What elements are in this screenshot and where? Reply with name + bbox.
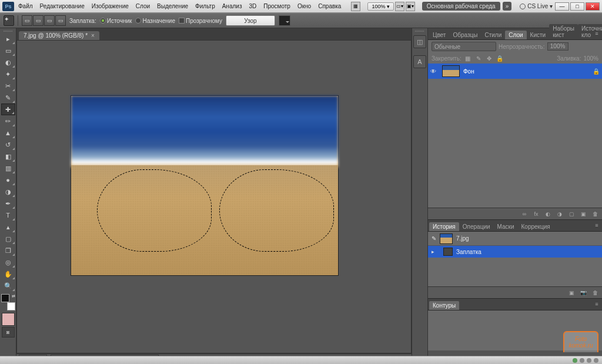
layer-row-background[interactable]: 👁 Фон 🔒: [428, 64, 602, 79]
pattern-swatch[interactable]: [279, 15, 290, 26]
quick-select-tool[interactable]: ✦: [1, 68, 15, 80]
tab-masks[interactable]: Маски: [494, 222, 518, 231]
doc-close-button[interactable]: ✕: [586, 2, 600, 11]
zoom-tool[interactable]: 🔍: [1, 280, 15, 292]
menu-image[interactable]: Изображение: [89, 2, 132, 11]
workspace-expand[interactable]: »: [503, 2, 512, 11]
fill-field[interactable]: 100%: [583, 55, 598, 62]
zoom-level-dropdown[interactable]: 100% ▾: [367, 2, 394, 11]
type-tool[interactable]: T: [1, 209, 15, 221]
menu-window[interactable]: Окно: [295, 2, 314, 11]
layer-name[interactable]: Фон: [463, 68, 474, 75]
link-layers-icon[interactable]: ∞: [520, 210, 529, 218]
adjustment-layer-icon[interactable]: ◑: [555, 210, 564, 218]
lock-position-icon[interactable]: ✥: [485, 54, 493, 62]
pen-tool[interactable]: ✒: [1, 198, 15, 209]
layer-list[interactable]: 👁 Фон 🔒: [428, 64, 602, 208]
layer-fx-icon[interactable]: fx: [531, 210, 541, 218]
menu-view[interactable]: Просмотр: [260, 2, 293, 11]
tab-styles[interactable]: Стили: [481, 31, 505, 39]
new-layer-icon[interactable]: ▣: [578, 210, 588, 218]
doc-minimize-button[interactable]: —: [555, 2, 569, 11]
menu-filter[interactable]: Фильтр: [192, 2, 218, 11]
arrange-docs-icon[interactable]: ▭▾: [395, 2, 404, 11]
move-tool[interactable]: ▸: [1, 33, 15, 45]
close-tab-icon[interactable]: ×: [91, 32, 95, 39]
brush-tool[interactable]: ✏: [1, 115, 15, 127]
document-tab[interactable]: 7.jpg @ 100% (RGB/8) * ×: [19, 31, 99, 40]
color-swatches[interactable]: ⇄: [1, 294, 15, 310]
quick-mask-toggle[interactable]: ◙: [2, 327, 15, 338]
patch-transparent-check[interactable]: Прозрачному: [179, 18, 222, 24]
stamp-tool[interactable]: ▲: [1, 127, 15, 139]
menu-select[interactable]: Выделение: [154, 2, 191, 11]
menu-edit[interactable]: Редактирование: [37, 2, 88, 11]
gradient-tool[interactable]: ▥: [1, 162, 15, 174]
tab-actions[interactable]: Операции: [459, 222, 494, 231]
dock-char-icon[interactable]: A: [413, 55, 426, 68]
tab-history[interactable]: История: [429, 222, 459, 231]
doc-maximize-button[interactable]: □: [570, 2, 584, 11]
history-brush-tool[interactable]: ↺: [1, 139, 15, 151]
hand-tool[interactable]: ✋: [1, 268, 15, 280]
history-snapshot[interactable]: ✎ 7.jpg: [428, 232, 602, 246]
sel-new-icon[interactable]: ▭: [22, 15, 32, 26]
patch-source-radio[interactable]: Источник: [100, 18, 132, 24]
layer-thumbnail[interactable]: [442, 65, 460, 77]
dock-grip[interactable]: [413, 31, 427, 34]
canvas[interactable]: [71, 96, 338, 275]
sel-add-icon[interactable]: ▭: [33, 15, 44, 26]
launch-bridge-icon[interactable]: ▦: [351, 2, 360, 11]
bottom-resize-bar[interactable]: [0, 356, 602, 364]
tab-layers[interactable]: Слои: [505, 31, 526, 39]
delete-state-icon[interactable]: 🗑: [590, 289, 600, 297]
tab-color[interactable]: Цвет: [429, 31, 449, 39]
use-pattern-button[interactable]: Узор: [226, 15, 275, 26]
sample-color[interactable]: [2, 313, 15, 326]
shape-tool[interactable]: ▢: [1, 233, 15, 245]
new-doc-from-state-icon[interactable]: ▣: [567, 289, 576, 297]
sel-intersect-icon[interactable]: ▭: [55, 15, 66, 26]
path-select-tool[interactable]: ▴: [1, 221, 15, 233]
sel-subtract-icon[interactable]: ▭: [44, 15, 55, 26]
lock-transparent-icon[interactable]: ▦: [464, 54, 472, 62]
layer-group-icon[interactable]: ▢: [567, 210, 576, 218]
blend-mode-dropdown[interactable]: Обычные: [432, 42, 496, 51]
history-step-marker-icon[interactable]: ▸: [432, 249, 440, 255]
history-menu-icon[interactable]: ≡: [593, 221, 601, 229]
screen-mode-icon[interactable]: ▣▾: [406, 2, 415, 11]
3d-tool[interactable]: ❒: [1, 245, 15, 256]
menu-3d[interactable]: 3D: [246, 2, 259, 11]
eraser-tool[interactable]: ◧: [1, 151, 15, 162]
tab-paths[interactable]: Контуры: [429, 301, 459, 310]
lock-pixels-icon[interactable]: ✎: [474, 54, 483, 62]
tab-brushes[interactable]: Кисти: [527, 31, 550, 39]
menu-layers[interactable]: Слои: [133, 2, 153, 11]
paths-menu-icon[interactable]: ≡: [593, 300, 601, 308]
delete-layer-icon[interactable]: 🗑: [590, 210, 600, 218]
lock-all-icon[interactable]: 🔒: [496, 54, 504, 62]
workspace-switcher[interactable]: Основная рабочая среда: [422, 2, 500, 11]
tab-adjust[interactable]: Коррекция: [518, 222, 554, 231]
menu-help[interactable]: Справка: [315, 2, 344, 11]
dock-swatches-icon[interactable]: ◫: [413, 35, 426, 48]
menu-file[interactable]: Файл: [15, 2, 36, 11]
patch-tool[interactable]: ✚: [1, 103, 15, 115]
history-step[interactable]: ▸ Заплатка: [428, 246, 602, 258]
dodge-tool[interactable]: ◑: [1, 186, 15, 198]
patch-dest-radio[interactable]: Назначение: [135, 18, 175, 24]
layer-visibility-icon[interactable]: 👁: [430, 68, 439, 75]
eyedropper-tool[interactable]: ✎: [1, 92, 15, 103]
layer-mask-icon[interactable]: ◐: [543, 210, 553, 218]
opacity-field[interactable]: 100%: [547, 42, 568, 51]
lasso-tool[interactable]: ◐: [1, 56, 15, 68]
history-brush-source-icon[interactable]: ✎: [432, 235, 436, 242]
3d-camera-tool[interactable]: ◎: [1, 256, 15, 268]
tab-brushsets[interactable]: Наборы кист: [549, 24, 578, 39]
crop-tool[interactable]: ✂: [1, 80, 15, 92]
tab-swatches[interactable]: Образцы: [449, 31, 481, 39]
cs-live-button[interactable]: CS Live ▾: [520, 3, 553, 9]
panel-menu-icon[interactable]: ≡: [593, 29, 601, 38]
menu-analysis[interactable]: Анализ: [219, 2, 245, 11]
tool-preset-icon[interactable]: ✦: [4, 15, 14, 26]
